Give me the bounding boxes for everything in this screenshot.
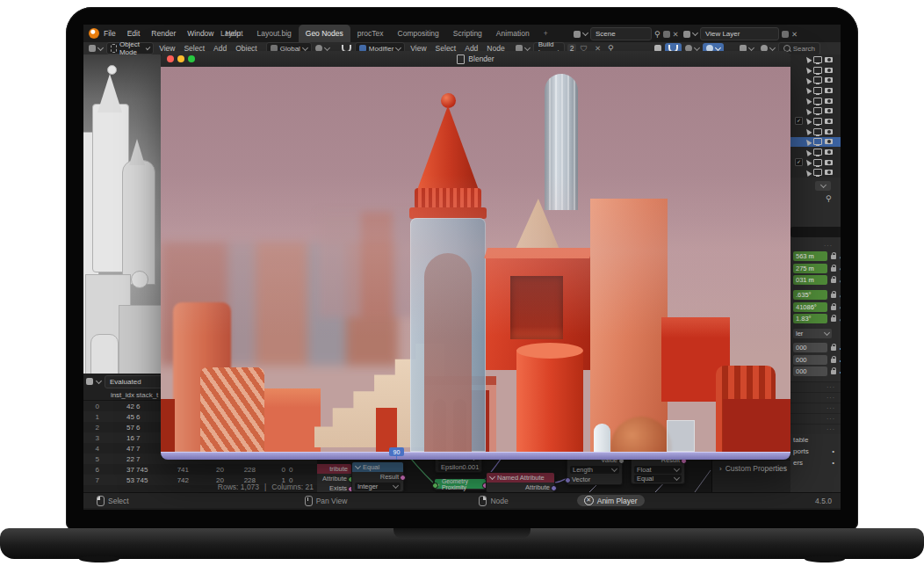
viewport-visibility-icon[interactable]	[813, 118, 822, 125]
new-view-layer-icon[interactable]	[782, 31, 789, 38]
keyframe-diamond-icon[interactable]: ◇	[840, 293, 841, 300]
collapsed-panel-header[interactable]: ···	[790, 424, 841, 434]
render-visibility-icon[interactable]	[825, 57, 833, 62]
viewport-visibility-icon[interactable]	[813, 107, 822, 114]
render-window-titlebar[interactable]: Blender	[161, 51, 790, 68]
lock-icon[interactable]	[831, 255, 836, 259]
selectable-toggle-icon[interactable]	[805, 55, 812, 63]
outliner-row[interactable]: ✓	[790, 168, 841, 178]
rotation-value-field[interactable]: 1.83°	[793, 314, 827, 323]
scene-name-field[interactable]: Scene	[590, 27, 652, 40]
render-visibility-icon[interactable]	[825, 108, 833, 113]
viewport-visibility-icon[interactable]	[813, 159, 822, 166]
workspace-tab[interactable]: Animation	[489, 25, 537, 42]
outliner-row[interactable]: ✓	[790, 96, 841, 106]
workspace-tab[interactable]: Scripting	[446, 25, 489, 42]
viewport-visibility-icon[interactable]	[813, 87, 822, 94]
lock-icon[interactable]	[831, 346, 836, 351]
render-visibility-icon[interactable]	[825, 139, 833, 144]
viewport-visibility-icon[interactable]	[813, 76, 822, 83]
collapsed-panel-header[interactable]: ···	[790, 392, 841, 403]
selectable-toggle-icon[interactable]	[805, 66, 812, 74]
object-mode-dropdown[interactable]: Object Mode	[106, 42, 154, 54]
spreadsheet-editor-icon[interactable]	[86, 378, 93, 385]
collapsed-panel-header[interactable]: ···	[790, 403, 841, 413]
frame-marker[interactable]: 90	[389, 447, 404, 456]
outliner-row[interactable]: ✓	[790, 75, 841, 85]
selectable-toggle-icon[interactable]	[805, 107, 812, 115]
workspace-tab[interactable]: Layout.big	[250, 25, 299, 42]
socket[interactable]	[565, 477, 571, 483]
location-value-field[interactable]: 275 m	[793, 264, 827, 273]
scale-value-field[interactable]: 000	[793, 343, 827, 352]
app-menu-item[interactable]: Render	[151, 29, 176, 38]
collapsed-panel-header[interactable]: ···	[790, 381, 841, 392]
render-visibility-icon[interactable]	[825, 98, 833, 104]
location-value-field[interactable]: 031 m	[793, 275, 827, 285]
viewport-editor-type-button[interactable]	[85, 43, 106, 54]
render-visibility-icon[interactable]	[825, 119, 833, 124]
selectable-toggle-icon[interactable]	[805, 127, 812, 135]
viewport-visibility-icon[interactable]	[813, 138, 822, 145]
unlink-scene-icon[interactable]: ✕	[673, 30, 679, 39]
scale-value-field[interactable]: 000	[793, 366, 827, 376]
outliner-row[interactable]: ✓	[790, 127, 841, 137]
workspace-tab[interactable]: Layout	[213, 25, 250, 42]
timeline-strip[interactable]	[161, 452, 790, 460]
keyframe-dot-icon[interactable]: •	[840, 369, 841, 375]
datatype-dropdown[interactable]: Float	[634, 466, 682, 474]
app-menu-item[interactable]: File	[104, 29, 116, 38]
socket[interactable]	[432, 483, 438, 489]
workspace-tab[interactable]: +	[537, 25, 555, 42]
column-header[interactable]: stack_t	[134, 391, 155, 399]
lock-icon[interactable]	[831, 359, 836, 363]
selectable-toggle-icon[interactable]	[805, 148, 812, 156]
selectable-toggle-icon[interactable]	[805, 117, 812, 125]
rotation-mode-dropdown[interactable]: ler	[793, 329, 832, 338]
keyframe-diamond-icon[interactable]: ◇	[840, 278, 841, 285]
outliner-row[interactable]: ✓	[790, 137, 841, 148]
pin-icon[interactable]: ⚲	[654, 30, 661, 39]
checkbox[interactable]: ✓	[795, 117, 803, 125]
scale-value-field[interactable]: 000	[793, 355, 827, 365]
column-header[interactable]: inst_idx	[102, 391, 134, 399]
view-layer-name-field[interactable]: View Layer	[700, 27, 779, 40]
checkbox[interactable]: ✓	[795, 158, 803, 166]
operation-dropdown[interactable]: Length	[570, 466, 619, 474]
render-visibility-icon[interactable]	[825, 77, 833, 83]
outliner-row[interactable]: ✓	[790, 157, 841, 168]
selectable-toggle-icon[interactable]	[805, 97, 812, 105]
operation-dropdown[interactable]: Equal	[634, 475, 682, 483]
table-row[interactable]: 6 37 745 741 20 228 0 0	[83, 464, 317, 475]
anim-player-button[interactable]: ✕Anim Player	[577, 495, 645, 506]
keyframe-diamond-icon[interactable]: ◇	[840, 265, 841, 272]
selectable-toggle-icon[interactable]	[805, 76, 812, 84]
render-visibility-icon[interactable]	[825, 160, 833, 165]
selectable-toggle-icon[interactable]	[805, 86, 812, 94]
custom-properties-panel[interactable]: ›Custom Properties	[719, 464, 787, 473]
keyframe-dot-icon[interactable]: •	[840, 345, 841, 352]
pin-icon[interactable]: ⚲	[826, 194, 832, 203]
collapsed-panel-header[interactable]: ···	[790, 413, 841, 424]
viewport-visibility-icon[interactable]	[813, 67, 822, 74]
selectable-toggle-icon[interactable]	[805, 138, 812, 146]
viewport-visibility-icon[interactable]	[813, 169, 822, 176]
rotation-value-field[interactable]: 41086°	[793, 302, 827, 312]
object-dropdown-button[interactable]	[815, 181, 831, 191]
render-visibility-icon[interactable]	[825, 88, 833, 93]
lock-icon[interactable]	[831, 306, 836, 310]
keyframe-dot-icon[interactable]: •	[832, 459, 834, 467]
keyframe-diamond-icon[interactable]: ◇	[840, 254, 841, 261]
workspace-tab[interactable]: Compositing	[391, 25, 446, 42]
render-window[interactable]: Blender	[161, 51, 790, 460]
geometry-proximity-node[interactable]: ›Geometry Proximity	[434, 478, 487, 490]
filter-button[interactable]	[840, 43, 841, 54]
view-layer-icon[interactable]	[683, 31, 690, 38]
lock-icon[interactable]	[831, 279, 836, 283]
lock-icon[interactable]	[831, 294, 836, 298]
outliner-row[interactable]: ✓	[790, 85, 841, 96]
visibility-row[interactable]: ers•	[790, 457, 841, 468]
named-attribute-node[interactable]: Named Attribute Attribute	[486, 472, 555, 492]
app-menu-item[interactable]: Window	[187, 29, 213, 38]
socket[interactable]	[551, 485, 557, 491]
